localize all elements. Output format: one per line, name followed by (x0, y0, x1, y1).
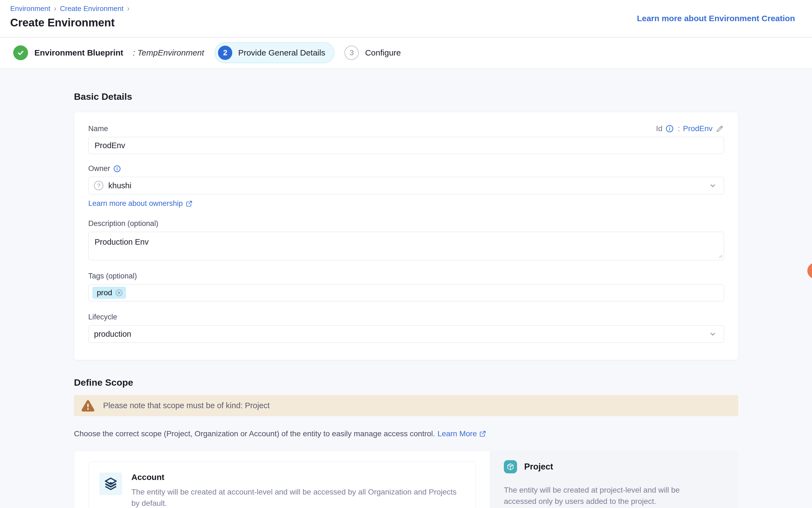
ownership-link-label: Learn more about ownership (88, 199, 183, 208)
name-label: Name (88, 125, 108, 133)
lifecycle-value: production (94, 330, 131, 339)
step-selected-blueprint: : TempEnvironment (133, 48, 204, 57)
scope-instruction: Choose the correct scope (Project, Organ… (74, 429, 738, 438)
chevron-down-icon (709, 330, 717, 338)
tag-chip-label: prod (97, 288, 112, 297)
tags-input[interactable]: prod (88, 284, 724, 301)
tags-label: Tags (optional) (88, 272, 724, 281)
owner-label: Owner (88, 164, 110, 173)
breadcrumb-separator: › (54, 4, 56, 13)
account-scope-option[interactable]: Account The entity will be created at ac… (89, 461, 476, 508)
external-link-icon (479, 430, 486, 437)
external-link-icon (185, 200, 193, 207)
id-separator: : (678, 124, 680, 133)
wizard-stepper: Environment Blueprint : TempEnvironment … (0, 38, 812, 68)
entity-id-row: Id : ProdEnv (656, 124, 724, 133)
breadcrumb: Environment › Create Environment › (10, 4, 812, 13)
chevron-down-icon (709, 181, 717, 190)
basic-details-card: Name Id : ProdEnv Owner ? khushi (74, 112, 738, 360)
scope-learn-more-link[interactable]: Learn More (438, 429, 486, 438)
learn-more-environment-creation-link[interactable]: Learn more about Environment Creation (637, 14, 795, 23)
description-textarea[interactable]: Production Env (88, 232, 724, 260)
breadcrumb-environment[interactable]: Environment (10, 4, 50, 13)
edit-id-icon[interactable] (716, 125, 724, 133)
tag-chip: prod (92, 287, 126, 299)
project-scope-panel: Project The entity will be created at pr… (490, 451, 738, 508)
remove-tag-icon[interactable] (115, 289, 123, 297)
id-value: ProdEnv (683, 124, 713, 133)
owner-value: khushi (108, 181, 131, 190)
ownership-learn-more-link[interactable]: Learn more about ownership (88, 199, 193, 208)
name-input[interactable] (88, 137, 724, 154)
basic-details-heading: Basic Details (74, 91, 738, 102)
resize-handle[interactable] (718, 253, 723, 258)
page-header: Environment › Create Environment › Creat… (0, 0, 812, 38)
warning-text: Please note that scope must be of kind: … (103, 401, 270, 410)
step-provide-general-details[interactable]: 2 Provide General Details (214, 42, 335, 63)
account-scope-panel: Account The entity will be created at ac… (74, 451, 490, 508)
define-scope-heading: Define Scope (74, 377, 738, 388)
breadcrumb-separator: › (127, 4, 129, 13)
step-label: Provide General Details (238, 48, 325, 57)
account-description: The entity will be created at account-le… (131, 486, 465, 508)
step-complete-check-icon (13, 45, 28, 60)
owner-select[interactable]: ? khushi (88, 177, 724, 194)
scope-warning-banner: Please note that scope must be of kind: … (74, 395, 738, 416)
project-description: The entity will be created at project-le… (504, 484, 713, 507)
step-environment-blueprint[interactable]: Environment Blueprint : TempEnvironment (13, 45, 204, 60)
project-title: Project (524, 462, 553, 472)
id-info-icon[interactable] (666, 125, 674, 133)
project-cube-icon (504, 460, 517, 473)
step-number-badge: 3 (344, 46, 359, 60)
instruction-text: Choose the correct scope (Project, Organ… (74, 429, 435, 438)
lifecycle-select[interactable]: production (88, 325, 724, 343)
step-configure[interactable]: 3 Configure (344, 46, 401, 60)
warning-icon (81, 399, 95, 412)
step-label: Configure (365, 48, 401, 57)
scope-options: Account The entity will be created at ac… (74, 451, 738, 508)
account-layers-icon (99, 472, 122, 495)
step-label: Environment Blueprint (34, 48, 123, 57)
scope-learn-more-label: Learn More (438, 429, 477, 438)
step-number-badge: 2 (218, 46, 232, 60)
user-placeholder-icon: ? (94, 181, 103, 190)
account-title: Account (131, 472, 465, 482)
lifecycle-label: Lifecycle (88, 313, 724, 321)
owner-info-icon[interactable] (113, 165, 121, 173)
help-widget-button[interactable] (807, 263, 812, 279)
breadcrumb-create-environment[interactable]: Create Environment (60, 4, 123, 13)
id-label: Id (656, 124, 662, 133)
description-label: Description (optional) (88, 219, 724, 228)
project-scope-option[interactable]: Project (504, 460, 553, 473)
